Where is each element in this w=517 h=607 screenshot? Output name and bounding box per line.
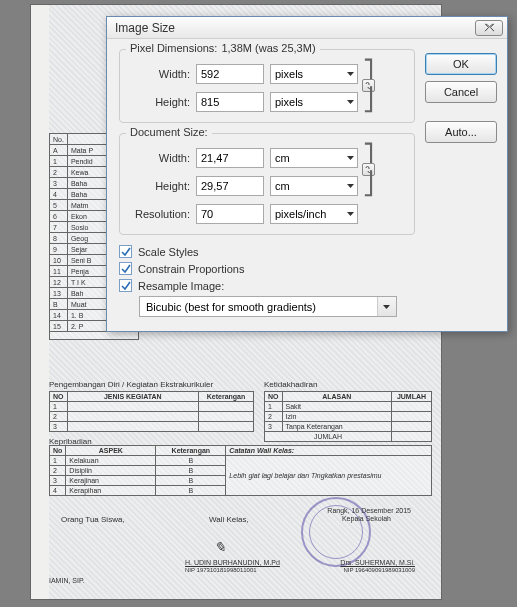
dialog-titlebar[interactable]: Image Size [107, 17, 507, 39]
absence-title: Ketidakhadiran [264, 380, 317, 389]
resample-image-checkbox[interactable]: Resample Image: [119, 279, 415, 292]
resolution-input[interactable]: 70 [196, 204, 264, 224]
dialog-title: Image Size [115, 21, 475, 35]
pixel-width-unit-select[interactable]: pixels [270, 64, 358, 84]
pixel-summary: 1,38M (was 25,3M) [221, 42, 315, 54]
doc-height-input[interactable]: 29,57 [196, 176, 264, 196]
image-size-dialog: Image Size Pixel Dimensions: 1,38M (was … [106, 16, 508, 332]
doc-width-label: Width: [128, 152, 190, 164]
resample-method-select[interactable]: Bicubic (best for smooth gradients) [139, 296, 397, 317]
ok-button[interactable]: OK [425, 53, 497, 75]
pixel-width-input[interactable]: 592 [196, 64, 264, 84]
cancel-button[interactable]: Cancel [425, 81, 497, 103]
pixel-height-input[interactable]: 815 [196, 92, 264, 112]
close-icon [484, 22, 495, 34]
chevron-down-icon [347, 184, 354, 188]
extracurricular-title: Pengembangan Diri / Kegiatan Ekstrakurik… [49, 380, 213, 389]
chevron-down-icon [347, 72, 354, 76]
pixel-height-label: Height: [128, 96, 190, 108]
chevron-down-icon [347, 156, 354, 160]
doc-link-constraint: ⎤ ⎦ [362, 142, 375, 196]
resolution-unit-select[interactable]: pixels/inch [270, 204, 358, 224]
doc-width-unit-select[interactable]: cm [270, 148, 358, 168]
doc-width-input[interactable]: 21,47 [196, 148, 264, 168]
scale-styles-checkbox[interactable]: Scale Styles [119, 245, 415, 258]
absence-table: NOALASANJUMLAH 1Sakit 2Izin 3Tanpa Keter… [264, 391, 432, 442]
chevron-down-icon [347, 100, 354, 104]
doc-height-label: Height: [128, 180, 190, 192]
constrain-proportions-checkbox[interactable]: Constrain Proportions [119, 262, 415, 275]
doc-legend: Document Size: [130, 126, 208, 138]
auto-button[interactable]: Auto... [425, 121, 497, 143]
document-size-group: Document Size: Width: 21,47 cm [119, 133, 415, 235]
kepribadian-table: No ASPEK Keterangan Catatan Wali Kelas: … [49, 445, 432, 496]
pixel-width-label: Width: [128, 68, 190, 80]
chevron-down-icon [383, 305, 390, 309]
resolution-label: Resolution: [128, 208, 190, 220]
pixel-link-constraint: ⎤ ⎦ [362, 58, 375, 112]
close-button[interactable] [475, 20, 503, 36]
pixel-height-unit-select[interactable]: pixels [270, 92, 358, 112]
pixel-dimensions-group: Pixel Dimensions: 1,38M (was 25,3M) Widt… [119, 49, 415, 123]
pixel-legend: Pixel Dimensions: [130, 42, 217, 54]
doc-height-unit-select[interactable]: cm [270, 176, 358, 196]
extracurricular-table: NOJENIS KEGIATANKeterangan 1 2 3 [49, 391, 254, 432]
chevron-down-icon [347, 212, 354, 216]
